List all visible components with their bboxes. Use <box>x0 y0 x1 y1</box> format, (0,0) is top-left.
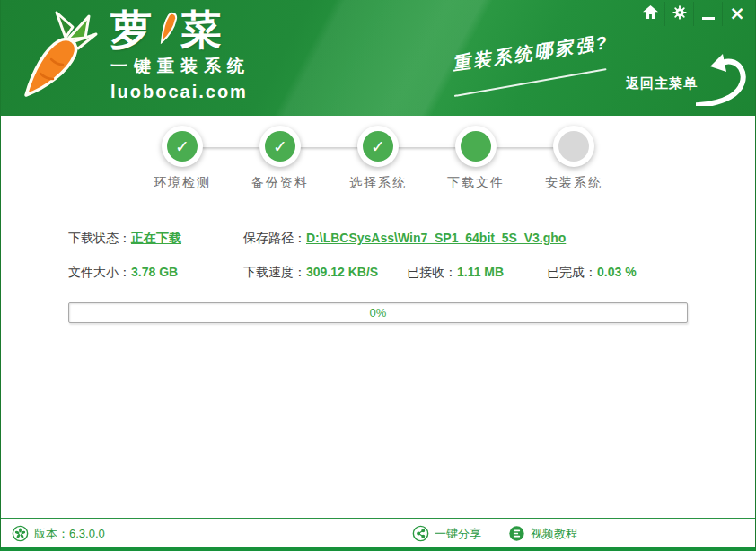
received: 已接收：1.11 MB <box>407 265 504 281</box>
check-icon: ✓ <box>363 131 393 162</box>
header: × 萝 <box>1 0 755 116</box>
settings-button[interactable] <box>665 2 694 26</box>
home-button[interactable] <box>637 2 665 26</box>
share-label: 一键分享 <box>435 526 481 542</box>
step-circle: ✓ <box>357 126 399 167</box>
step-env-check: ✓ 环境检测 <box>137 126 227 191</box>
brand-text: 萝 菜 一键重装系统 luobocai.com <box>110 7 251 108</box>
save-path-label: 保存路径： <box>243 231 306 245</box>
step-backup: ✓ 备份资料 <box>235 126 325 191</box>
progress-percent-text: 0% <box>69 303 687 322</box>
gear-icon <box>672 5 687 23</box>
download-speed-label: 下载速度： <box>243 265 306 279</box>
step-label: 备份资料 <box>235 175 325 191</box>
step-install: 安装系统 <box>529 126 619 191</box>
step-circle: ✓ <box>162 126 203 167</box>
active-step-dot <box>461 131 491 162</box>
completed-value: 0.03 % <box>597 265 637 279</box>
check-icon: ✓ <box>167 131 198 162</box>
share-icon <box>412 525 429 542</box>
step-select-system: ✓ 选择系统 <box>333 126 423 191</box>
brand-title-left: 萝 <box>110 7 155 53</box>
version-info: 版本：6.3.0.0 <box>12 519 105 548</box>
close-icon: × <box>729 4 745 23</box>
step-label: 安装系统 <box>529 175 619 191</box>
return-main-menu-label: 返回主菜单 <box>626 75 698 92</box>
step-label: 下载文件 <box>431 175 521 191</box>
share-button[interactable]: 一键分享 <box>412 519 481 548</box>
step-circle <box>455 126 497 167</box>
step-circle: ✓ <box>259 126 301 167</box>
pending-step-dot <box>558 131 589 162</box>
download-status-label: 下载状态： <box>68 231 131 245</box>
save-path: 保存路径：D:\LBCSysAss\Win7_SP1_64bit_5S_V3.g… <box>243 231 566 247</box>
download-speed: 下载速度：309.12 KB/S <box>243 265 378 281</box>
version-text: 版本：6.3.0.0 <box>34 526 105 542</box>
footer: 版本：6.3.0.0 一键分享 <box>1 518 755 547</box>
brand-logo: 萝 菜 一键重装系统 luobocai.com <box>13 7 251 108</box>
carrot-logo-icon <box>13 7 103 108</box>
video-tutorial-button[interactable]: 视频教程 <box>508 519 577 548</box>
completed-label: 已完成： <box>547 265 597 279</box>
close-button[interactable]: × <box>723 2 752 26</box>
brand-domain: luobocai.com <box>110 82 251 102</box>
brand-title-right: 菜 <box>180 7 225 53</box>
return-main-menu-button[interactable]: 返回主菜单 <box>626 47 750 106</box>
file-size: 文件大小：3.78 GB <box>68 265 178 281</box>
return-arrow-icon <box>696 47 750 109</box>
video-tutorial-icon <box>508 525 525 542</box>
step-circle <box>553 126 594 167</box>
minimize-button[interactable] <box>694 2 723 26</box>
step-download: 下载文件 <box>431 126 521 191</box>
step-label: 环境检测 <box>137 175 227 191</box>
received-label: 已接收： <box>407 265 457 279</box>
brand-tagline: 一键重装系统 <box>110 55 251 78</box>
pinwheel-logo-icon <box>12 525 29 542</box>
download-progress-bar: 0% <box>68 302 688 323</box>
received-value: 1.11 MB <box>457 265 504 279</box>
file-size-value: 3.78 GB <box>131 265 178 279</box>
completed: 已完成：0.03 % <box>547 265 637 281</box>
step-label: 选择系统 <box>333 175 423 191</box>
app-window: × 萝 <box>0 0 756 551</box>
file-size-label: 文件大小： <box>68 265 131 279</box>
video-tutorial-label: 视频教程 <box>531 526 577 542</box>
download-speed-value: 309.12 KB/S <box>306 265 378 279</box>
download-status-value: 正在下载 <box>131 231 181 245</box>
brand-title: 萝 菜 <box>110 7 251 53</box>
home-icon <box>643 5 658 22</box>
header-slogan: 重装系统哪家强? <box>451 30 619 76</box>
mini-carrot-icon <box>158 7 178 53</box>
minimize-icon <box>702 17 715 20</box>
window-controls: × <box>637 2 752 26</box>
check-icon: ✓ <box>265 131 295 162</box>
download-status: 下载状态：正在下载 <box>68 231 181 247</box>
save-path-link[interactable]: D:\LBCSysAss\Win7_SP1_64bit_5S_V3.gho <box>306 231 566 245</box>
